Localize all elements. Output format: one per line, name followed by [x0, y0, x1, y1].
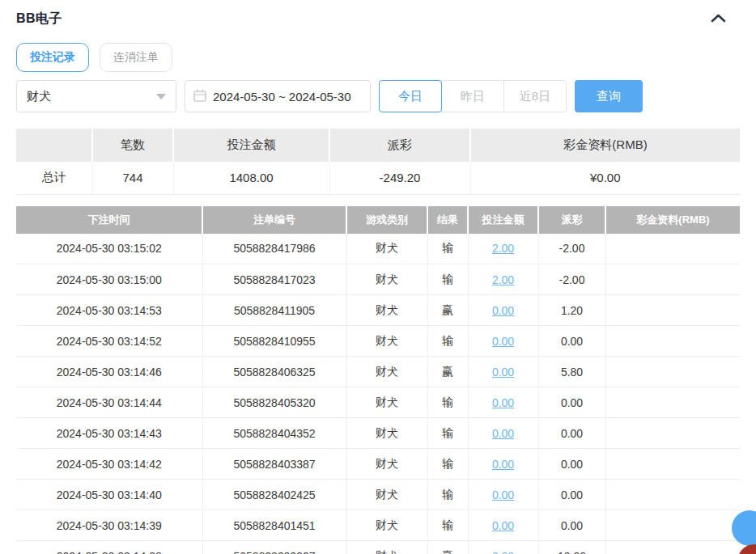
- cell-bet-amount: 0.00: [468, 387, 538, 418]
- cell-bet-amount: 0.00: [468, 449, 538, 480]
- date-range-value: 2024-05-30 ~ 2024-05-30: [213, 90, 351, 104]
- detail-header-game-type: 游戏类别: [346, 206, 427, 234]
- chevron-up-icon: [711, 11, 726, 26]
- cell-bet-time: 2024-05-30 03:14:40: [16, 480, 202, 510]
- betting-records-panel: BB电子 投注记录 连消注单 财犬 2024-05-30 ~ 2024-05-3…: [0, 11, 756, 554]
- cell-payout: 1.20: [538, 295, 605, 326]
- cell-game-type: 财犬: [346, 264, 427, 295]
- cell-bet-time: 2024-05-30 03:14:38: [16, 541, 202, 554]
- cell-payout: 0.00: [538, 418, 605, 449]
- bet-detail-table: 下注时间 注单编号 游戏类别 结果 投注金额 派彩 彩金资料(RMB) 2024…: [16, 206, 740, 554]
- cell-order-id: 5058828405320: [202, 387, 346, 418]
- detail-header-row: 下注时间 注单编号 游戏类别 结果 投注金额 派彩 彩金资料(RMB): [16, 206, 740, 234]
- table-row: 2024-05-30 03:14:385058828399907财犬赢0.001…: [16, 541, 740, 554]
- cell-bet-amount: 2.00: [468, 264, 538, 295]
- summary-total-bonus: ¥0.00: [470, 162, 740, 194]
- summary-total-count: 744: [92, 162, 173, 194]
- bet-amount-link[interactable]: 0.00: [492, 427, 514, 440]
- cell-order-id: 5058828411905: [202, 295, 346, 326]
- bet-amount-link[interactable]: 0.00: [492, 304, 514, 317]
- bet-amount-link[interactable]: 0.00: [492, 458, 514, 471]
- cell-bet-amount: 0.00: [468, 326, 538, 357]
- detail-header-bet-amount: 投注金额: [468, 206, 538, 234]
- summary-header-bonus: 彩金资料(RMB): [470, 129, 740, 162]
- cell-bonus: [605, 418, 740, 449]
- table-row: 2024-05-30 03:14:405058828402425财犬输0.000…: [16, 480, 740, 510]
- cell-bonus: [605, 234, 740, 264]
- cell-game-type: 财犬: [346, 326, 427, 357]
- tab-bet-records[interactable]: 投注记录: [16, 43, 89, 72]
- bet-amount-link[interactable]: 0.00: [492, 519, 514, 532]
- summary-header-bet-amount: 投注金额: [173, 129, 329, 162]
- cell-payout: 5.80: [538, 357, 605, 387]
- table-row: 2024-05-30 03:15:025058828417986财犬输2.00-…: [16, 234, 740, 264]
- bet-amount-link[interactable]: 0.00: [492, 335, 514, 348]
- cell-bonus: [605, 264, 740, 295]
- cell-result: 输: [427, 264, 468, 295]
- bet-amount-link[interactable]: 0.00: [492, 366, 514, 378]
- cell-result: 输: [427, 418, 468, 449]
- table-row: 2024-05-30 03:14:535058828411905财犬赢0.001…: [16, 295, 740, 326]
- tab-cancelled-orders[interactable]: 连消注单: [100, 43, 172, 72]
- detail-header-bet-time: 下注时间: [16, 206, 202, 234]
- date-range-picker[interactable]: 2024-05-30 ~ 2024-05-30: [185, 80, 371, 112]
- range-today-button[interactable]: 今日: [379, 80, 442, 112]
- cell-game-type: 财犬: [346, 541, 427, 554]
- table-row: 2024-05-30 03:14:465058828406325财犬赢0.005…: [16, 357, 740, 387]
- query-button[interactable]: 查询: [575, 80, 643, 112]
- cell-bet-time: 2024-05-30 03:14:42: [16, 449, 202, 480]
- detail-header-result: 结果: [427, 206, 468, 234]
- cell-payout: -2.00: [538, 234, 605, 264]
- bet-amount-link[interactable]: 2.00: [492, 273, 514, 286]
- summary-header-count: 笔数: [92, 129, 173, 162]
- cell-bet-time: 2024-05-30 03:14:52: [16, 326, 202, 357]
- range-yesterday-button[interactable]: 昨日: [441, 80, 504, 112]
- cell-result: 赢: [427, 357, 468, 387]
- cell-bet-time: 2024-05-30 03:15:00: [16, 264, 202, 295]
- game-select[interactable]: 财犬: [16, 80, 176, 112]
- cell-payout: 10.00: [538, 541, 605, 554]
- cell-order-id: 5058828401451: [202, 510, 346, 541]
- cell-payout: 0.00: [538, 449, 605, 480]
- cell-bonus: [605, 357, 740, 387]
- collapse-button[interactable]: [707, 11, 728, 27]
- cell-order-id: 5058828410955: [202, 326, 346, 357]
- cell-bet-time: 2024-05-30 03:15:02: [16, 234, 202, 264]
- summary-total-label: 总计: [16, 162, 92, 194]
- table-row: 2024-05-30 03:14:435058828404352财犬输0.000…: [16, 418, 740, 449]
- cell-game-type: 财犬: [346, 357, 427, 387]
- cell-result: 输: [427, 480, 468, 510]
- bet-amount-link[interactable]: 0.00: [492, 488, 514, 501]
- table-row: 2024-05-30 03:15:005058828417023财犬输2.00-…: [16, 264, 740, 295]
- cell-game-type: 财犬: [346, 418, 427, 449]
- summary-header-payout: 派彩: [329, 129, 470, 162]
- game-select-value: 财犬: [27, 89, 51, 104]
- cell-payout: 0.00: [538, 480, 605, 510]
- summary-total-row: 总计 744 1408.00 -249.20 ¥0.00: [16, 162, 740, 194]
- table-row: 2024-05-30 03:14:525058828410955财犬输0.000…: [16, 326, 740, 357]
- cell-bonus: [605, 480, 740, 510]
- cell-game-type: 财犬: [346, 480, 427, 510]
- cell-bet-amount: 0.00: [468, 510, 538, 541]
- table-row: 2024-05-30 03:14:395058828401451财犬输0.000…: [16, 510, 740, 541]
- cell-game-type: 财犬: [346, 295, 427, 326]
- chevron-down-icon: [156, 94, 166, 99]
- cell-bet-amount: 0.00: [468, 480, 538, 510]
- cell-bet-time: 2024-05-30 03:14:46: [16, 357, 202, 387]
- cell-result: 输: [427, 510, 468, 541]
- cell-game-type: 财犬: [346, 449, 427, 480]
- cell-bonus: [605, 326, 740, 357]
- bet-amount-link[interactable]: 2.00: [492, 242, 514, 255]
- cell-bet-time: 2024-05-30 03:14:44: [16, 387, 202, 418]
- cell-result: 输: [427, 326, 468, 357]
- cell-bonus: [605, 387, 740, 418]
- bet-amount-link[interactable]: 0.00: [492, 550, 514, 554]
- table-row: 2024-05-30 03:14:445058828405320财犬输0.000…: [16, 387, 740, 418]
- cell-bonus: [605, 510, 740, 541]
- summary-header-empty: [16, 129, 92, 162]
- bet-amount-link[interactable]: 0.00: [492, 396, 514, 409]
- range-last8days-button[interactable]: 近8日: [503, 80, 567, 112]
- cell-bonus: [605, 295, 740, 326]
- summary-total-payout: -249.20: [329, 162, 470, 194]
- cell-game-type: 财犬: [346, 510, 427, 541]
